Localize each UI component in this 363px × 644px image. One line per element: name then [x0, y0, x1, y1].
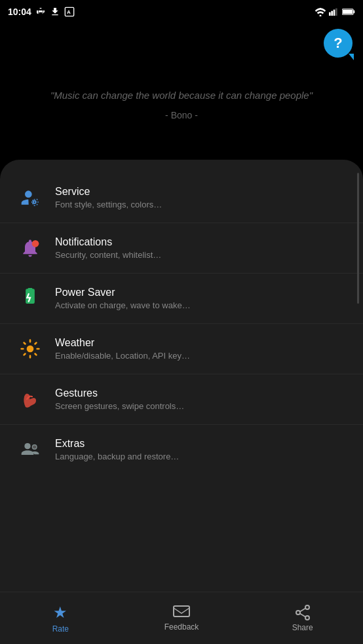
- svg-text:A: A: [67, 9, 71, 15]
- svg-rect-8: [343, 10, 353, 14]
- service-title: Service: [55, 186, 347, 198]
- bottom-nav: ★ Rate Feedback Share: [0, 592, 363, 644]
- service-icon: [20, 187, 41, 208]
- extras-icon: [20, 439, 41, 460]
- rate-icon: ★: [53, 603, 67, 622]
- weather-sun-icon: ☀: [10, 29, 27, 50]
- extras-text: Extras Language, backup and restore…: [55, 438, 347, 461]
- gestures-subtitle: Screen gestures, swipe controls…: [55, 401, 347, 411]
- status-right: [315, 7, 355, 16]
- gestures-icon-wrap: [16, 385, 45, 414]
- power-saver-icon: [20, 288, 40, 309]
- signal-icon: [329, 7, 339, 16]
- font-icon: A: [64, 7, 75, 17]
- menu-section: Service Font style, settings, colors… No…: [0, 160, 363, 644]
- service-text: Service Font style, settings, colors…: [55, 186, 347, 209]
- share-icon: [296, 605, 310, 620]
- wifi-icon: [315, 7, 326, 16]
- power-saver-title: Power Saver: [55, 287, 347, 298]
- svg-point-18: [33, 445, 36, 448]
- vibrate-icon: [35, 7, 46, 17]
- quote-section: "Music can change the world because it c…: [0, 68, 363, 160]
- svg-point-12: [32, 240, 39, 247]
- svg-rect-14: [28, 288, 33, 290]
- svg-rect-4: [331, 11, 333, 16]
- menu-item-notifications[interactable]: Notifications Security, content, whiteli…: [0, 223, 363, 274]
- top-section: ☀ ?: [0, 24, 363, 68]
- weather-icon-wrap: [16, 334, 45, 363]
- extras-icon-wrap: [16, 435, 45, 464]
- share-label: Share: [292, 623, 313, 632]
- menu-item-gestures[interactable]: Gestures Screen gestures, swipe controls…: [0, 374, 363, 425]
- menu-item-power-saver[interactable]: Power Saver Activate on charge, wave to …: [0, 274, 363, 324]
- notifications-title: Notifications: [55, 236, 347, 248]
- battery-icon: [342, 8, 355, 16]
- weather-menu-icon: [20, 338, 41, 359]
- status-bar: 10:04 A: [0, 0, 363, 24]
- svg-point-11: [33, 201, 36, 204]
- power-saver-subtitle: Activate on charge, wave to wake…: [55, 300, 347, 310]
- gestures-text: Gestures Screen gestures, swipe controls…: [55, 387, 347, 411]
- time-display: 10:04: [8, 7, 31, 17]
- extras-title: Extras: [55, 438, 347, 450]
- help-button[interactable]: ?: [324, 29, 353, 58]
- notifications-icon: [20, 238, 41, 259]
- help-icon: ?: [334, 35, 342, 52]
- svg-line-25: [299, 613, 305, 617]
- notifications-icon-wrap: [16, 234, 45, 262]
- feedback-icon: [173, 605, 190, 620]
- quote-text: "Music can change the world because it c…: [26, 88, 337, 103]
- svg-rect-5: [334, 10, 335, 16]
- svg-rect-6: [335, 9, 337, 16]
- app-container: 10:04 A: [0, 0, 363, 644]
- svg-point-10: [25, 190, 32, 198]
- nav-item-rate[interactable]: ★ Rate: [0, 603, 121, 634]
- menu-item-weather[interactable]: Weather Enable/disable, Location, API ke…: [0, 324, 363, 374]
- svg-point-16: [24, 443, 30, 449]
- extras-subtitle: Language, backup and restore…: [55, 452, 347, 461]
- svg-rect-20: [174, 606, 189, 617]
- svg-rect-3: [329, 12, 331, 16]
- menu-item-service[interactable]: Service Font style, settings, colors…: [0, 173, 363, 223]
- gestures-title: Gestures: [55, 387, 347, 399]
- svg-rect-9: [353, 10, 354, 13]
- scroll-indicator: [357, 173, 359, 304]
- svg-point-2: [320, 15, 322, 17]
- svg-point-15: [27, 346, 34, 353]
- service-subtitle: Font style, settings, colors…: [55, 200, 347, 209]
- rate-label: Rate: [52, 624, 69, 634]
- svg-line-24: [299, 608, 305, 611]
- nav-item-share[interactable]: Share: [242, 605, 363, 632]
- download-icon: [50, 7, 60, 17]
- nav-item-feedback[interactable]: Feedback: [121, 605, 242, 632]
- power-saver-icon-wrap: [16, 284, 45, 313]
- notifications-text: Notifications Security, content, whiteli…: [55, 236, 347, 260]
- quote-author: - Bono -: [26, 110, 337, 120]
- gestures-icon: [20, 389, 40, 410]
- menu-item-extras[interactable]: Extras Language, backup and restore…: [0, 425, 363, 474]
- weather-title: Weather: [55, 337, 347, 349]
- weather-subtitle: Enable/disable, Location, API key…: [55, 351, 347, 361]
- notifications-subtitle: Security, content, whitelist…: [55, 250, 347, 260]
- status-left: 10:04 A: [8, 7, 75, 17]
- service-icon-wrap: [16, 183, 45, 212]
- weather-text: Weather Enable/disable, Location, API ke…: [55, 337, 347, 361]
- feedback-label: Feedback: [164, 622, 199, 632]
- power-saver-text: Power Saver Activate on charge, wave to …: [55, 287, 347, 310]
